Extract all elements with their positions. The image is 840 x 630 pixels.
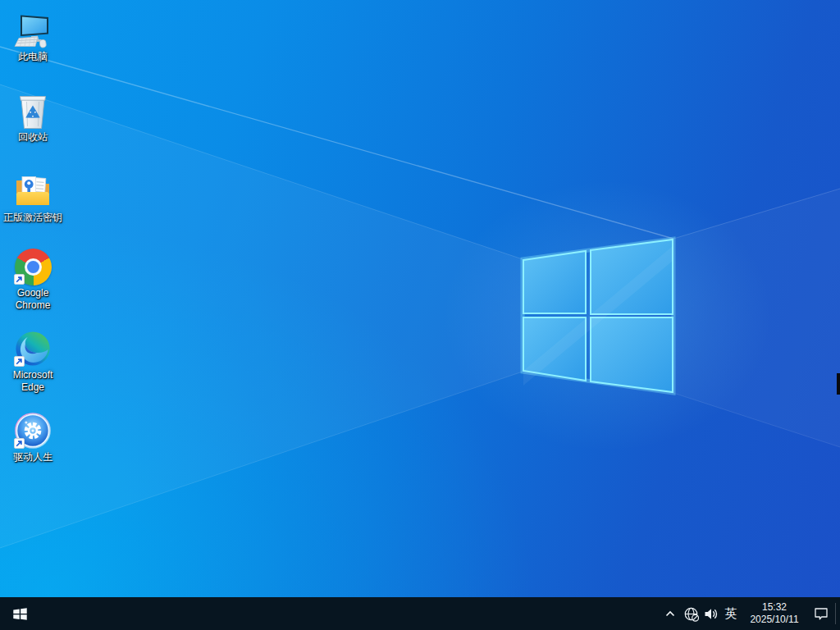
system-tray: 英 15:32 2025/10/11 (660, 597, 840, 630)
folder-with-key-document-icon (13, 172, 52, 210)
edge-logo-icon (13, 330, 52, 368)
desktop-icon-google-chrome[interactable]: Google Chrome (1, 243, 65, 325)
desktop-icon-microsoft-edge[interactable]: Microsoft Edge (1, 325, 65, 407)
input-language-indicator[interactable]: 英 (720, 597, 742, 630)
network-status-button[interactable] (681, 597, 701, 630)
desktop-icon-this-pc[interactable]: 此电脑 (1, 7, 65, 87)
icon-label: 此电脑 (18, 51, 48, 63)
icon-label: 回收站 (18, 131, 48, 144)
screen-edge-artifact (837, 373, 840, 395)
chrome-blue-center (27, 261, 39, 273)
monitor-keyboard-icon (13, 11, 52, 49)
icon-label: Google Chrome (1, 287, 65, 312)
desktop-icon-driver-life[interactable]: 驱动人生 (1, 407, 65, 487)
start-button[interactable] (0, 597, 39, 630)
shortcut-arrow-icon (14, 356, 25, 367)
desktop[interactable]: 此电脑 (0, 0, 840, 630)
shortcut-arrow-icon (14, 438, 25, 449)
taskbar: 英 15:32 2025/10/11 (0, 597, 840, 630)
notification-bubble-icon (813, 605, 829, 622)
tray-expand-button[interactable] (660, 597, 681, 630)
clock-date: 2025/10/11 (742, 614, 807, 626)
desktop-icon-activation-key-folder[interactable]: 正版激活密钥 (1, 167, 65, 243)
action-center-button[interactable] (807, 597, 835, 630)
chrome-logo-icon (13, 248, 52, 285)
speaker-icon (703, 606, 719, 622)
clock[interactable]: 15:32 2025/10/11 (742, 601, 807, 626)
globe-no-internet-icon (683, 606, 699, 622)
desktop-icon-grid: 此电脑 (1, 7, 65, 487)
chevron-up-icon (664, 607, 677, 620)
icon-label: 正版激活密钥 (3, 212, 62, 224)
clock-time: 15:32 (742, 601, 807, 614)
icon-label: 驱动人生 (13, 451, 52, 463)
show-desktop-button[interactable] (836, 597, 840, 630)
windows-flag-icon (12, 606, 28, 622)
volume-button[interactable] (701, 597, 720, 630)
recycle-bin-icon (13, 92, 52, 130)
desktop-icon-recycle-bin[interactable]: 回收站 (1, 87, 65, 167)
wallpaper-windows-logo (0, 0, 840, 630)
blue-gear-badge-icon (13, 412, 52, 450)
shortcut-arrow-icon (14, 274, 25, 285)
icon-label: Microsoft Edge (1, 369, 65, 394)
